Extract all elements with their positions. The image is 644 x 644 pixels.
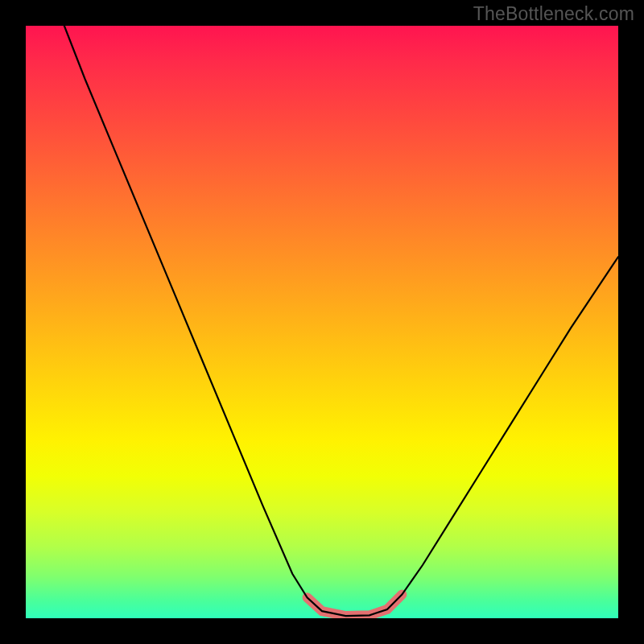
plot-area [26, 26, 618, 618]
bottleneck-curve [64, 26, 618, 616]
optimal-zone-highlight [308, 595, 402, 617]
attribution-text: TheBottleneck.com [473, 3, 634, 25]
chart-svg [26, 26, 618, 618]
